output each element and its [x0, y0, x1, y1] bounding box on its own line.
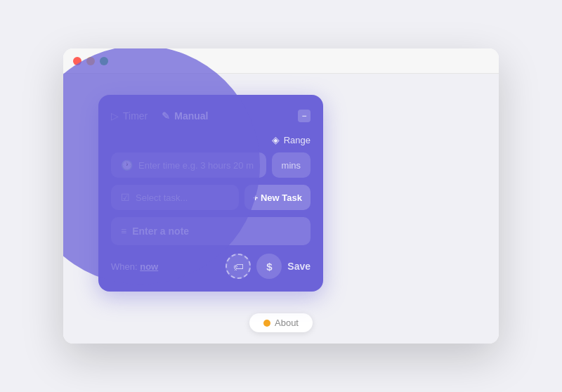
tab-manual[interactable]: ✎ Manual	[162, 107, 208, 124]
task-row: ☑ + New Task	[111, 185, 311, 210]
close-dot	[73, 57, 81, 65]
note-lines-icon: ≡	[121, 226, 126, 237]
time-entry-panel: ▷ Timer ✎ Manual − ◈	[98, 95, 323, 292]
time-input[interactable]	[138, 160, 256, 171]
task-check-icon: ☑	[121, 192, 130, 203]
about-label: About	[275, 318, 299, 328]
about-tab[interactable]: About	[249, 313, 313, 332]
about-dot	[263, 320, 270, 327]
panel-header: ▷ Timer ✎ Manual −	[111, 107, 311, 124]
range-label: Range	[284, 135, 311, 145]
browser-toolbar	[63, 48, 499, 74]
task-input[interactable]	[136, 192, 229, 203]
note-input[interactable]	[132, 226, 301, 237]
tab-row: ▷ Timer ✎ Manual −	[111, 107, 311, 124]
tag-button[interactable]: 🏷	[226, 254, 251, 279]
maximize-dot	[100, 57, 108, 65]
mins-label: mins	[282, 160, 301, 171]
billing-button[interactable]: $	[256, 254, 282, 279]
tab-timer[interactable]: ▷ Timer	[111, 107, 148, 124]
browser-content: ▷ Timer ✎ Manual − ◈	[63, 74, 499, 344]
timer-icon: ▷	[111, 110, 119, 122]
clock-icon: 🕐	[121, 159, 133, 171]
range-section: ◈ Range	[111, 134, 311, 145]
range-icon: ◈	[272, 134, 280, 145]
time-input-wrap: 🕐	[111, 152, 266, 178]
bottom-right-actions: 🏷 $ Save	[226, 254, 311, 279]
minimize-button[interactable]: −	[298, 110, 311, 122]
new-task-button[interactable]: + New Task	[244, 185, 311, 210]
when-value[interactable]: now	[140, 261, 158, 272]
bottom-row: When: now 🏷 $ Save	[111, 254, 311, 279]
timer-tab-label: Timer	[123, 110, 148, 122]
dollar-icon: $	[266, 261, 272, 273]
manual-icon: ✎	[162, 110, 170, 122]
manual-tab-label: Manual	[174, 110, 208, 122]
note-row: ≡	[111, 217, 311, 245]
tag-icon: 🏷	[233, 261, 244, 273]
mins-box: mins	[272, 152, 311, 178]
task-input-wrap: ☑	[111, 185, 239, 210]
minimize-dot	[86, 57, 95, 65]
time-input-row: 🕐 mins	[111, 152, 311, 178]
save-button[interactable]: Save	[287, 261, 311, 272]
when-section: When: now	[111, 261, 158, 272]
browser-window: ▷ Timer ✎ Manual − ◈	[63, 48, 499, 344]
